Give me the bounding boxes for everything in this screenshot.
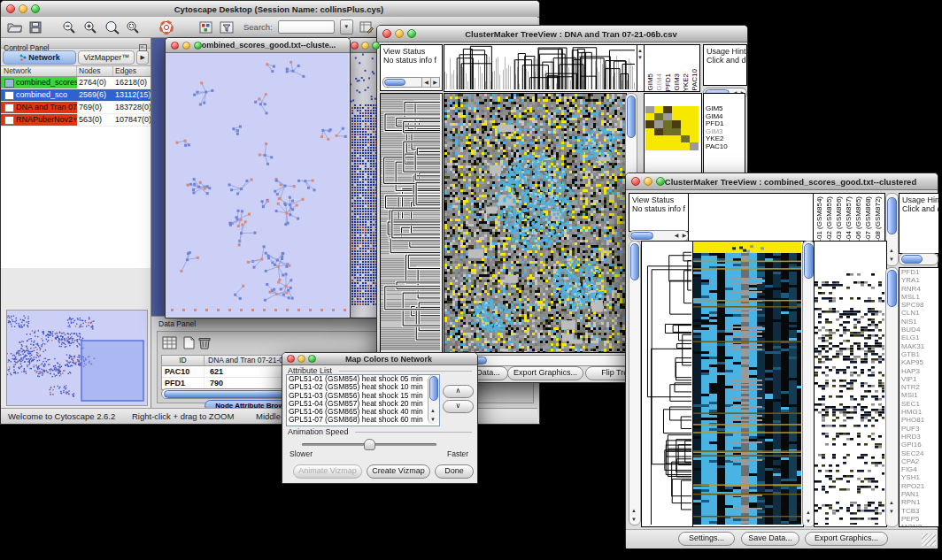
close-icon[interactable]: [631, 177, 640, 186]
minimize-icon[interactable]: [644, 177, 652, 186]
minimize-icon[interactable]: [297, 355, 305, 363]
column-label[interactable]: GIM5: [646, 73, 654, 91]
tv1-row-tree[interactable]: [380, 93, 443, 353]
minimize-icon[interactable]: [19, 4, 27, 13]
gene-label[interactable]: SEC1: [900, 400, 938, 408]
table-icon[interactable]: [161, 334, 177, 350]
tv2-settings-button[interactable]: Settings...: [678, 532, 735, 546]
tv2-column-tree[interactable]: [688, 193, 814, 242]
gene-label[interactable]: HMG1: [900, 408, 938, 416]
column-label[interactable]: YKE2: [682, 73, 690, 91]
zoom-selected-region-icon[interactable]: [104, 19, 120, 35]
gene-label[interactable]: NIS1: [900, 318, 938, 326]
close-icon[interactable]: [171, 42, 179, 50]
move-up-button[interactable]: ∧: [443, 385, 474, 398]
zoom-window-icon[interactable]: [372, 42, 380, 50]
scroll-down-icon[interactable]: ▼: [887, 507, 896, 516]
trash-icon[interactable]: [197, 334, 212, 350]
scroll-up-icon[interactable]: ▲: [629, 506, 638, 515]
tv1-status-hscrollbar[interactable]: [382, 77, 427, 88]
save-session-icon[interactable]: [27, 19, 43, 35]
gene-label[interactable]: TCB3: [900, 507, 938, 515]
gene-label[interactable]: SEC24: [900, 449, 938, 457]
scroll-down-icon[interactable]: ▼: [887, 255, 896, 264]
gene-label[interactable]: PAN1: [900, 490, 938, 498]
tv2-rowtree-vscrollbar[interactable]: ▲ ▼: [629, 241, 641, 525]
column-label[interactable]: GIM4: [655, 73, 663, 91]
attribute-list-vscrollbar[interactable]: ▲ ▼: [428, 375, 439, 424]
scroll-up-icon[interactable]: ▲: [887, 246, 896, 255]
gene-label[interactable]: CLN1: [900, 309, 938, 317]
scroll-left-icon[interactable]: ◀: [673, 231, 680, 240]
network-list-row[interactable]: DNA and Tran 07 769(0) 183728(0): [1, 102, 151, 114]
zoom-in-icon[interactable]: [82, 19, 98, 35]
column-label[interactable]: PAC10: [691, 69, 699, 91]
id-col-header[interactable]: ID: [162, 356, 205, 365]
gene-label[interactable]: YSH1: [900, 473, 938, 481]
scroll-down-icon[interactable]: ▼: [629, 515, 638, 524]
zoom-window-icon[interactable]: [656, 177, 665, 186]
network-list-row[interactable]: RNAPuberNov2+ 563(0) 107847(0): [1, 114, 151, 127]
attribute-browser-icon[interactable]: [359, 19, 374, 35]
network-list-row[interactable]: combined_scores 2764(0) 16218(0): [1, 77, 151, 89]
tv2-collabel-vscrollbar[interactable]: ▲ ▼: [885, 193, 899, 266]
gene-label[interactable]: FIG4: [900, 465, 938, 473]
close-icon[interactable]: [382, 29, 391, 38]
zoom-window-icon[interactable]: [407, 29, 416, 38]
birdseye-view-canvas[interactable]: [6, 310, 148, 406]
column-label[interactable]: GIM3: [673, 73, 681, 91]
scroll-up-icon[interactable]: ▲: [429, 406, 437, 415]
float-panel-icon[interactable]: [139, 39, 147, 55]
gene-label[interactable]: RPO21: [900, 482, 938, 490]
edges-col-header[interactable]: Edges: [113, 66, 151, 76]
zoom-window-icon[interactable]: [31, 4, 40, 13]
create-vizmap-button[interactable]: Create Vizmap: [367, 464, 430, 479]
gene-label[interactable]: YRA1: [900, 276, 938, 284]
attribute-list-item[interactable]: GPL51-07 (GSM868) heat shock 60 min: [287, 416, 439, 424]
annotation-icon[interactable]: [197, 19, 213, 35]
help-icon[interactable]: [158, 19, 174, 35]
tv2-heatmap[interactable]: [692, 241, 804, 527]
tv1-column-tree[interactable]: [444, 44, 637, 92]
close-icon[interactable]: [287, 355, 295, 363]
gene-label[interactable]: HRD3: [900, 433, 938, 441]
minimize-icon[interactable]: [361, 42, 369, 50]
gene-label[interactable]: PUF3: [900, 425, 938, 433]
gene-label[interactable]: CPA2: [900, 457, 938, 465]
scroll-up-icon[interactable]: ▲: [804, 508, 813, 517]
network1-titlebar[interactable]: combined_scores_good.txt--cluste...: [166, 38, 350, 53]
zoom-window-icon[interactable]: [194, 42, 202, 50]
nodes-col-header[interactable]: Nodes: [77, 66, 113, 76]
scroll-right-icon[interactable]: ▶: [430, 77, 440, 88]
gene-label[interactable]: SPC98: [900, 301, 938, 309]
tv2-save-data-button[interactable]: Save Data...: [741, 532, 799, 546]
zoom-out-icon[interactable]: [61, 19, 77, 35]
done-button[interactable]: Done: [435, 464, 474, 479]
scroll-right-icon[interactable]: ▶: [681, 231, 688, 240]
tv2-usage-hscrollbar[interactable]: [899, 253, 938, 265]
gene-label[interactable]: HAP3: [900, 367, 938, 375]
resize-grip[interactable]: [922, 533, 936, 546]
slider-thumb[interactable]: [364, 439, 375, 450]
gene-label[interactable]: NTR2: [900, 383, 938, 391]
open-session-icon[interactable]: [6, 19, 22, 35]
network2-canvas[interactable]: [348, 53, 379, 317]
gene-label[interactable]: GTB1: [900, 350, 938, 358]
animate-vizmap-button[interactable]: Animate Vizmap: [293, 464, 362, 479]
gene-label[interactable]: GPI16: [900, 441, 938, 449]
row-label[interactable]: PAC10: [704, 143, 745, 151]
minimize-icon[interactable]: [395, 29, 404, 38]
close-icon[interactable]: [351, 42, 359, 50]
tv1-summary-heatmap[interactable]: [645, 106, 699, 150]
close-icon[interactable]: [6, 4, 15, 13]
treeview2-titlebar[interactable]: ClusterMaker TreeView : combined_scores_…: [626, 173, 938, 190]
move-down-button[interactable]: ∨: [443, 400, 474, 413]
gene-label[interactable]: RNR4: [900, 285, 938, 293]
gene-label[interactable]: MSL1: [900, 293, 938, 301]
gene-label[interactable]: VIP1: [900, 375, 938, 383]
network1-canvas[interactable]: [166, 53, 348, 317]
scroll-down-icon[interactable]: ▼: [429, 415, 437, 424]
network-col-header[interactable]: Network: [1, 66, 77, 76]
tv2-genelist-vscrollbar[interactable]: ▲ ▼: [885, 267, 899, 527]
gene-label[interactable]: KAP95: [900, 358, 938, 366]
